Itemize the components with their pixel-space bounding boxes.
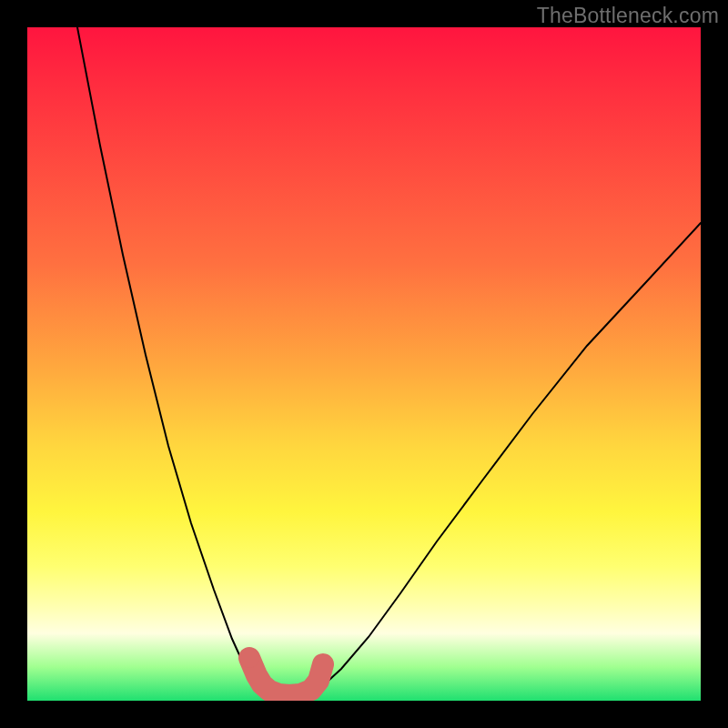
chart-frame: TheBottleneck.com: [0, 0, 728, 728]
highlight-start-dot: [239, 648, 259, 668]
plot-area: [27, 27, 701, 701]
bottleneck-curve: [77, 27, 701, 699]
curve-svg: [27, 27, 701, 701]
watermark-text: TheBottleneck.com: [537, 4, 719, 28]
highlight-band: [249, 658, 323, 695]
